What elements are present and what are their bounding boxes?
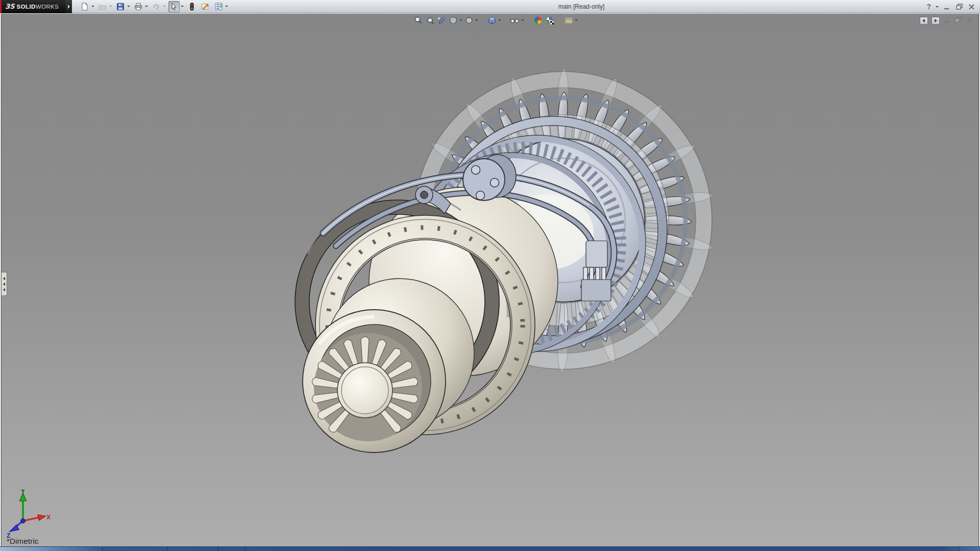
save-icon [116, 3, 125, 11]
display-style-icon [487, 16, 497, 25]
graphics-viewport[interactable]: Y X Z *Dimetric [1, 14, 979, 546]
new-document-dropdown[interactable] [90, 1, 95, 12]
zoom-to-area-icon [425, 16, 434, 25]
traffic-light-button[interactable] [186, 1, 198, 12]
undo-dropdown[interactable] [162, 1, 166, 12]
status-strip [0, 546, 980, 551]
previous-view-button[interactable] [436, 15, 447, 26]
edit-appearance-button[interactable] [532, 15, 543, 26]
z-axis: Z [7, 519, 26, 539]
doc-minimize-button[interactable] [943, 16, 951, 25]
view-orientation-icon [464, 16, 474, 25]
document-window-controls [920, 16, 973, 25]
section-view-button[interactable] [448, 15, 458, 26]
sketch-button[interactable] [200, 1, 211, 12]
doc-minimize-icon [943, 16, 951, 23]
zoom-to-fit-button[interactable] [412, 15, 423, 26]
view-orientation-button[interactable] [463, 15, 474, 26]
restore-button[interactable] [955, 3, 964, 11]
display-style-button[interactable] [486, 15, 497, 26]
display-style-dropdown[interactable] [498, 15, 502, 26]
section-view-icon [449, 16, 458, 25]
new-document-icon [81, 3, 89, 11]
exhaust-nozzle[interactable] [303, 310, 446, 453]
feature-panel-handle[interactable] [2, 272, 7, 296]
doc-close-button[interactable] [966, 16, 973, 25]
engine-model[interactable] [2, 14, 979, 546]
print-icon [134, 3, 142, 11]
select-cursor-icon [170, 3, 178, 11]
orientation-triad: Y X Z [4, 489, 53, 538]
apply-scene-button[interactable] [544, 15, 555, 26]
solidworks-logo: ЗS SOLIDWORKS [0, 0, 65, 13]
show-right-pane-button[interactable] [932, 17, 940, 24]
solidworks-window: ЗS SOLIDWORKS [0, 0, 980, 551]
status-separator [959, 547, 959, 551]
undo-button[interactable] [151, 1, 162, 12]
document-title: main [Read-only] [558, 0, 605, 13]
hide-show-items-button[interactable] [509, 15, 520, 26]
checklist-dropdown[interactable] [224, 1, 229, 12]
undo-icon [152, 3, 160, 11]
view-orientation-label: *Dimetric [7, 537, 39, 545]
save-dropdown[interactable] [126, 1, 131, 12]
sketch-icon [201, 2, 210, 11]
traffic-light-icon [188, 3, 196, 11]
apply-scene-icon [545, 16, 554, 25]
new-document-button[interactable] [79, 1, 90, 12]
minimize-icon [944, 4, 950, 10]
ds-logo-icon: ЗS [5, 3, 15, 10]
main-toolbar [79, 1, 230, 12]
print-button[interactable] [133, 1, 144, 12]
zoom-to-fit-icon [413, 16, 423, 25]
save-button[interactable] [115, 1, 126, 12]
menu-expand-arrow[interactable] [65, 0, 72, 13]
doc-restore-button[interactable] [954, 16, 963, 25]
help-button[interactable]: ? [926, 3, 931, 11]
doc-close-icon [966, 16, 973, 23]
help-dropdown[interactable] [935, 1, 939, 12]
edit-appearance-icon [533, 16, 543, 25]
y-axis: Y [20, 489, 27, 521]
show-left-pane-button[interactable] [920, 17, 928, 24]
status-separator [218, 547, 218, 551]
title-bar: ЗS SOLIDWORKS [0, 0, 980, 13]
select-tool-dropdown[interactable] [180, 1, 184, 12]
view-orientation-dropdown[interactable] [475, 15, 479, 26]
restore-icon [956, 4, 963, 10]
checklist-icon [214, 2, 223, 11]
titlebar-controls: ? [926, 0, 976, 13]
nozzle-hub[interactable] [337, 363, 393, 418]
zoom-to-area-button[interactable] [424, 15, 435, 26]
open-dropdown[interactable] [108, 1, 113, 12]
minimize-button[interactable] [943, 3, 951, 11]
section-view-dropdown[interactable] [459, 15, 463, 26]
pane-left-icon [921, 18, 926, 23]
view-settings-button[interactable] [563, 15, 574, 26]
hide-show-items-dropdown[interactable] [521, 15, 525, 26]
pane-right-icon [933, 18, 938, 23]
open-button[interactable] [97, 1, 108, 12]
view-settings-icon [564, 16, 573, 25]
close-icon [968, 4, 975, 10]
hide-show-items-icon [510, 16, 520, 25]
status-separator [167, 547, 167, 551]
select-tool-button[interactable] [168, 1, 180, 12]
checklist-button[interactable] [213, 1, 224, 12]
svg-text:Y: Y [21, 489, 25, 495]
open-icon [99, 3, 107, 11]
doc-restore-icon [954, 16, 963, 23]
svg-text:X: X [46, 514, 51, 521]
status-separator [102, 547, 103, 551]
heads-up-view-toolbar [412, 15, 578, 26]
view-settings-dropdown[interactable] [574, 15, 578, 26]
previous-view-icon [437, 16, 446, 25]
close-button[interactable] [967, 3, 976, 11]
x-axis: X [23, 514, 51, 521]
status-separator [245, 547, 246, 551]
app-name: SOLIDWORKS [17, 4, 59, 10]
print-dropdown[interactable] [144, 1, 149, 12]
